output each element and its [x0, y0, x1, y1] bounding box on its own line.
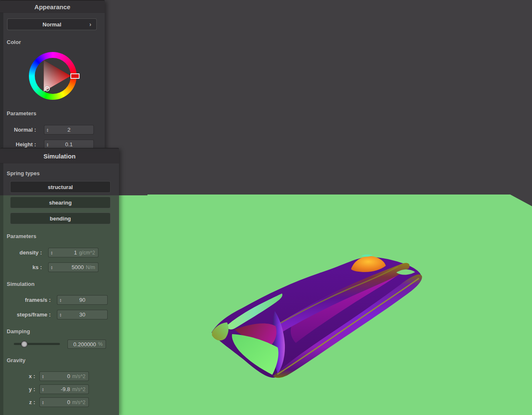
height-field-value: 0.1: [44, 141, 93, 148]
density-field-label: density :: [3, 249, 42, 256]
spinner-icons[interactable]: ▴ ▾: [49, 265, 55, 270]
sim-parameters-label: Parameters: [7, 233, 36, 239]
spinner-down-icon[interactable]: ▾: [51, 253, 53, 255]
spinner-icons[interactable]: ▴ ▾: [49, 251, 55, 255]
gravity-z-value: 0: [46, 399, 70, 405]
normal-field[interactable]: ▴ ▾ 2: [44, 125, 94, 135]
frames-field-label: frames/s :: [3, 297, 51, 303]
app-window: Appearance Normal › Color Parameters Nor…: [0, 0, 532, 415]
spinner-icons[interactable]: ▴ ▾: [40, 374, 46, 379]
gravity-x-label: x :: [3, 373, 35, 379]
frames-field[interactable]: ▴ ▾ 90: [57, 295, 108, 305]
steps-field[interactable]: ▴ ▾ 30: [57, 310, 108, 319]
spinner-down-icon[interactable]: ▾: [42, 376, 44, 379]
damping-unit: %: [98, 341, 103, 347]
shading-mode-label: Normal: [43, 21, 62, 28]
appearance-scroll-strip[interactable]: [0, 13, 3, 149]
simulation-scroll-strip[interactable]: [0, 163, 3, 415]
simulation-panel: Simulation Spring types structural shear…: [0, 148, 119, 415]
damping-value: 0.200000: [68, 341, 96, 348]
ks-field[interactable]: ▴ ▾ 5000 N/m: [48, 262, 98, 272]
sv-triangle-selector[interactable]: [44, 86, 50, 91]
gravity-z-unit: m/s^2: [72, 399, 85, 405]
color-section-label: Color: [7, 39, 21, 45]
gravity-y-field[interactable]: ▴ ▾ -9.8 m/s^2: [39, 384, 89, 394]
spinner-down-icon[interactable]: ▾: [42, 389, 44, 392]
damping-label: Damping: [7, 328, 30, 335]
normal-field-value: 2: [44, 127, 93, 133]
damping-value-field[interactable]: 0.200000 %: [67, 340, 106, 349]
damping-slider-track[interactable]: [14, 343, 60, 345]
steps-field-label: steps/frame :: [3, 311, 51, 318]
simulation-panel-title: Simulation: [44, 153, 76, 160]
appearance-panel: Appearance Normal › Color Parameters Nor…: [0, 0, 105, 149]
appearance-panel-header[interactable]: Appearance: [0, 0, 105, 13]
gravity-label: Gravity: [7, 357, 26, 363]
spring-structural-button[interactable]: structural: [10, 181, 111, 193]
spinner-down-icon[interactable]: ▾: [51, 267, 53, 270]
chevron-right-icon: ›: [89, 21, 91, 28]
ks-field-unit: N/m: [86, 265, 95, 270]
gravity-y-unit: m/s^2: [72, 386, 85, 392]
appearance-panel-title: Appearance: [34, 3, 70, 10]
sim-simulation-label: Simulation: [7, 281, 34, 287]
color-wheel[interactable]: [29, 52, 77, 100]
spinner-down-icon[interactable]: ▾: [42, 402, 44, 405]
gravity-x-field[interactable]: ▴ ▾ 0 m/s^2: [39, 371, 89, 381]
steps-field-value: 30: [57, 311, 107, 318]
spinner-icons[interactable]: ▴ ▾: [40, 400, 46, 405]
spring-shearing-button[interactable]: shearing: [10, 197, 111, 208]
gravity-z-field[interactable]: ▴ ▾ 0 m/s^2: [39, 397, 89, 407]
gravity-x-unit: m/s^2: [72, 374, 85, 379]
gravity-z-label: z :: [3, 399, 35, 405]
spinner-icons[interactable]: ▴ ▾: [40, 387, 46, 392]
gravity-y-label: y :: [3, 386, 35, 392]
simulation-panel-header[interactable]: Simulation: [0, 148, 119, 163]
gravity-y-value: -9.8: [46, 386, 70, 392]
density-field[interactable]: ▴ ▾ 1 g/cm^2: [48, 248, 98, 257]
hue-ring-selector[interactable]: [70, 73, 80, 79]
damping-slider-handle[interactable]: [21, 341, 28, 348]
spring-bending-button[interactable]: bending: [10, 213, 111, 224]
normal-field-label: Normal :: [3, 127, 36, 133]
appearance-parameters-label: Parameters: [7, 110, 36, 117]
ks-field-value: 5000: [55, 264, 84, 270]
density-field-unit: g/cm^2: [79, 250, 95, 256]
shading-mode-button[interactable]: Normal ›: [7, 18, 97, 30]
gravity-x-value: 0: [46, 373, 70, 379]
density-field-value: 1: [55, 249, 77, 256]
ks-field-label: ks :: [3, 264, 42, 270]
spring-types-label: Spring types: [7, 170, 40, 176]
height-field-label: Height :: [3, 141, 36, 148]
frames-field-value: 90: [57, 297, 107, 303]
